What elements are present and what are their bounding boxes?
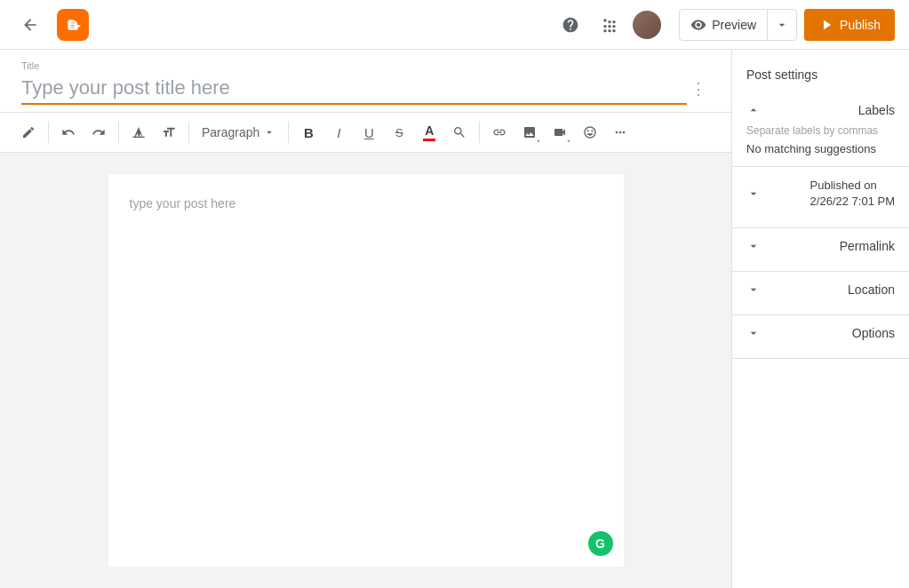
editor-area: Title ⋮	[0, 50, 731, 588]
bold-button[interactable]: B	[294, 118, 323, 147]
strikethrough-button[interactable]: S	[385, 118, 413, 147]
toolbar-divider-2	[118, 122, 119, 143]
emoji-button[interactable]	[576, 118, 604, 147]
permalink-chevron-icon	[746, 239, 761, 253]
options-section-header[interactable]: Options	[746, 326, 895, 340]
post-body[interactable]: type your post here G	[108, 174, 624, 567]
text-style-button[interactable]	[124, 118, 153, 147]
link-button[interactable]	[485, 118, 514, 147]
preview-main-button[interactable]: Preview	[680, 10, 767, 40]
undo-button[interactable]	[54, 118, 83, 147]
font-size-button[interactable]	[155, 118, 183, 147]
title-label: Title	[21, 60, 710, 71]
font-color-button[interactable]: A	[415, 118, 443, 147]
no-suggestions: No matching suggestions	[746, 142, 895, 155]
main-layout: Title ⋮	[0, 50, 909, 588]
published-chevron-icon	[746, 187, 761, 201]
more-tools-button[interactable]	[606, 118, 634, 147]
labels-label: Labels	[858, 103, 895, 117]
permalink-section-header[interactable]: Permalink	[746, 239, 895, 253]
underline-button[interactable]: U	[355, 118, 383, 147]
location-label: Location	[848, 282, 895, 297]
permalink-label: Permalink	[840, 239, 895, 253]
published-section-header[interactable]: Published on 2/26/22 7:01 PM	[746, 178, 895, 210]
redo-button[interactable]	[84, 118, 113, 147]
back-button[interactable]	[14, 9, 46, 41]
options-chevron-icon	[746, 326, 761, 340]
toolbar-divider-5	[479, 122, 480, 143]
right-sidebar: Post settings Labels Separate labels by …	[731, 50, 909, 588]
toolbar-divider-1	[48, 122, 49, 143]
post-body-placeholder: type your post here	[130, 196, 236, 211]
preview-label: Preview	[712, 18, 756, 32]
help-button[interactable]	[554, 9, 586, 41]
title-bar: Title ⋮	[0, 50, 731, 113]
editor-toolbar: Paragraph B I U S A	[0, 113, 731, 153]
post-body-wrapper: type your post here G	[0, 153, 731, 588]
pencil-mode-button[interactable]	[14, 118, 43, 147]
location-section: Location	[732, 272, 909, 315]
top-nav: Preview Publish	[0, 0, 909, 50]
title-kebab-icon[interactable]: ⋮	[687, 75, 710, 102]
published-on-section: Published on 2/26/22 7:01 PM	[732, 167, 909, 228]
published-info: Published on 2/26/22 7:01 PM	[810, 178, 895, 210]
title-input-row: ⋮	[21, 73, 710, 105]
labels-placeholder: Separate labels by commas	[746, 124, 895, 137]
publish-label: Publish	[840, 18, 881, 32]
title-input[interactable]	[21, 73, 687, 105]
location-section-header[interactable]: Location	[746, 282, 895, 297]
permalink-section: Permalink	[732, 228, 909, 272]
nav-right: Preview Publish	[554, 9, 895, 41]
location-chevron-icon	[746, 282, 761, 297]
apps-button[interactable]	[594, 9, 626, 41]
video-button[interactable]	[546, 118, 574, 147]
toolbar-divider-3	[188, 122, 189, 143]
labels-section-header[interactable]: Labels	[746, 103, 895, 117]
nav-left	[14, 9, 89, 41]
avatar[interactable]	[633, 11, 661, 39]
labels-chevron-up-icon	[746, 103, 761, 117]
highlight-button[interactable]	[445, 118, 474, 147]
options-label: Options	[852, 326, 895, 340]
post-settings-title: Post settings	[732, 64, 909, 92]
italic-button[interactable]: I	[324, 118, 353, 147]
paragraph-dropdown[interactable]: Paragraph	[195, 118, 283, 147]
preview-button-group: Preview	[679, 9, 797, 41]
toolbar-divider-4	[288, 122, 289, 143]
preview-caret-button[interactable]	[767, 10, 796, 40]
options-section: Options	[732, 315, 909, 359]
grammarly-badge[interactable]: G	[588, 531, 613, 556]
labels-section: Labels Separate labels by commas No matc…	[732, 92, 909, 167]
publish-button[interactable]: Publish	[804, 9, 895, 41]
paragraph-label: Paragraph	[202, 125, 259, 139]
image-button[interactable]	[515, 118, 544, 147]
blogger-logo	[57, 9, 89, 41]
